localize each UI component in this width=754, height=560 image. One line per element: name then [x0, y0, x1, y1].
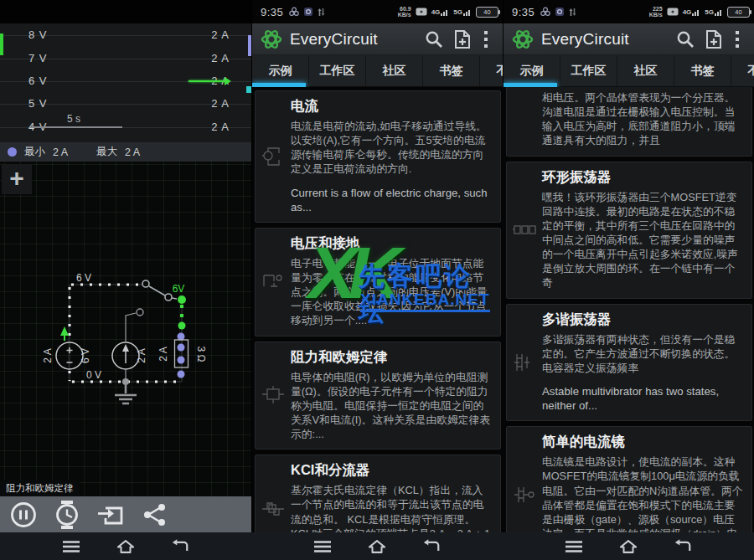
notification-cluster-icon	[289, 7, 299, 17]
example-list: 电流 电流是电荷的流动,如电子移动通过导线。以安培(A),它有一个方向。五5安培…	[252, 87, 504, 532]
net-voltage-label: 6 V	[76, 272, 91, 284]
search-button[interactable]	[420, 25, 448, 54]
current-source-component[interactable]	[112, 309, 143, 382]
list-item[interactable]: 环形振荡器 嘿我！该环形振荡器由三个MOSFET逆变回路中连接。最初的电路是在状…	[506, 162, 752, 299]
battery-indicator: 40	[476, 7, 498, 18]
time-scale-label: 5 s	[67, 113, 80, 125]
back-icon	[422, 539, 441, 553]
tab-bookmarks[interactable]: 书签	[423, 55, 480, 86]
tab-bar: 示例 工作区 社区 书签 不喜	[504, 55, 754, 87]
max-value: 2 A	[125, 146, 140, 158]
signal-4g-icon: 4G	[683, 8, 701, 16]
item-description: 电流镜是电路设计，使电流的副本。这种MOSFET的电流镜复制100μ电流源的负载…	[542, 455, 744, 532]
back-button[interactable]	[674, 539, 692, 553]
oscilloscope-plot[interactable]: 8 V 7 V 6 V 5 V 4 V 2 A 2 A 2 A 2 A 2 A …	[0, 23, 251, 142]
time-axis-segment	[30, 126, 122, 128]
battery-indicator: 40	[727, 7, 750, 18]
tab-examples[interactable]: 示例	[252, 55, 309, 86]
menu-button[interactable]	[62, 540, 80, 553]
clock-text: 9:35	[261, 6, 283, 18]
home-icon	[116, 539, 135, 554]
share-button[interactable]	[136, 499, 173, 531]
tab-community[interactable]: 社区	[366, 55, 423, 86]
new-circuit-button[interactable]	[700, 25, 728, 54]
home-button[interactable]	[619, 539, 638, 554]
back-button[interactable]	[422, 539, 441, 553]
menu-button[interactable]	[313, 540, 332, 553]
tab-community[interactable]: 社区	[617, 55, 674, 86]
scope-voltage-label: 6 V	[28, 74, 48, 87]
home-button[interactable]	[116, 539, 135, 554]
menu-icon	[313, 540, 332, 553]
item-description: 嘿我！该环形振荡器由三个MOSFET逆变回路中连接。最初的电路是在状态的不稳定的…	[542, 190, 744, 290]
list-item[interactable]: 阻力和欧姆定律 电导体的电阻(R)，以欧姆为单位的电阻测量(Ω)。假设的电子元件…	[255, 342, 501, 450]
search-button[interactable]	[671, 25, 700, 54]
circuit-thumbnail-icon	[261, 498, 286, 520]
trace-arrow-icon	[225, 77, 231, 85]
tab-bookmarks[interactable]: 书签	[674, 55, 731, 86]
app-title: EveryCircuit	[290, 30, 378, 49]
current-direction-arrow	[60, 326, 69, 341]
tab-workspace[interactable]: 工作区	[560, 55, 617, 86]
search-icon	[425, 30, 443, 49]
list-item-partial[interactable]: 相电压。两个晶体管表现为一个分压器。沟道电阻是通过在栅极输入电压控制。当输入电压…	[506, 87, 752, 157]
ground-voltage-label: 0 V	[86, 369, 101, 381]
item-description: 电子电气势能。一个电子位于地面节点能量为零。其在传播过程中能量变化电路节点之间。…	[291, 256, 493, 328]
item-description: 相电压。两个晶体管表现为一个分压器。沟道电阻是通过在栅极输入电压控制。当输入电压…	[542, 90, 744, 148]
app-bar: EveryCircuit	[252, 23, 504, 55]
tab-dislike[interactable]: 不喜	[731, 55, 754, 86]
list-item[interactable]: 简单的电流镜 电流镜是电路设计，使电流的副本。这种MOSFET的电流镜复制100…	[506, 426, 752, 532]
tab-workspace[interactable]: 工作区	[309, 55, 366, 86]
search-icon	[676, 30, 695, 49]
item-title: 多谐振荡器	[542, 311, 744, 329]
probe-voltage-label: 6V	[173, 283, 185, 295]
android-navigation-bar	[0, 532, 754, 560]
example-list: 相电压。两个晶体管表现为一个分压器。沟道电阻是通过在栅极输入电压控制。当输入电压…	[504, 87, 754, 532]
scope-voltage-label: 7 V	[28, 52, 48, 64]
item-description: 电流是电荷的流动,如电子移动通过导线。以安培(A),它有一个方向。五5安培的电流…	[291, 119, 493, 177]
scope-current-label: 2 A	[211, 121, 230, 133]
source-current-label: 2 A	[42, 348, 54, 362]
overflow-menu-icon	[483, 30, 488, 49]
min-value: 2 A	[53, 146, 68, 158]
examples-list-panel: 9:35 60.9KB/s	[251, 0, 504, 560]
circuit-simulator-panel: 8 V 7 V 6 V 5 V 4 V 2 A 2 A 2 A 2 A 2 A …	[0, 0, 251, 560]
menu-icon	[565, 540, 583, 553]
menu-button[interactable]	[565, 540, 583, 553]
pause-button[interactable]	[5, 499, 42, 531]
app-bar: EveryCircuit	[504, 23, 754, 55]
clock-icon	[53, 500, 81, 530]
list-item[interactable]: 电流 电流是电荷的流动,如电子移动通过导线。以安培(A),它有一个方向。五5安培…	[255, 90, 501, 223]
overflow-menu-button[interactable]	[728, 25, 746, 54]
new-circuit-button[interactable]	[448, 25, 477, 54]
tab-examples[interactable]: 示例	[504, 55, 560, 86]
isource-current-label: 2 A	[136, 348, 147, 362]
tab-dislike[interactable]: 不喜	[480, 55, 504, 86]
resistor-current-label: 2 A	[158, 347, 169, 361]
status-bar: 9:35 60.9KB/s	[252, 0, 504, 23]
current-trace-line	[188, 80, 226, 82]
list-item[interactable]: 多谐振荡器 多谐振荡器有两种状态，但没有一个是稳定的。它产生方波通过不断切换的状…	[506, 304, 752, 422]
time-settings-button[interactable]	[49, 499, 85, 531]
add-document-icon	[704, 29, 724, 49]
app-notification-icon	[303, 7, 313, 17]
list-item[interactable]: 电压和接地 电子电气势能。一个电子位于地面节点能量为零。其在传播过程中能量变化电…	[255, 228, 501, 337]
app-notification-icon	[555, 7, 565, 17]
resistor-value-label: 3 Ω	[195, 347, 207, 362]
circuit-schematic[interactable]: 6 V 6V 2 A 6 V 2 A 2 A 3 Ω 0 V	[0, 162, 251, 532]
save-to-workspace-button[interactable]	[92, 499, 129, 531]
home-button[interactable]	[368, 539, 386, 554]
circuit-thumbnail-icon	[512, 219, 537, 241]
circuit-thumbnail-icon	[261, 146, 286, 167]
item-title: 环形振荡器	[542, 168, 744, 187]
everycircuit-logo-icon	[512, 28, 534, 50]
menu-icon	[62, 540, 80, 553]
list-item[interactable]: KCI和分流器 基尔霍夫氏电流定律（KCL）指出，流入一个节点的电流的和等于流出…	[255, 455, 501, 532]
overflow-menu-button[interactable]	[477, 25, 495, 54]
app-title: EveryCircuit	[541, 30, 629, 49]
notification-cluster-icon	[540, 7, 550, 17]
back-button[interactable]	[171, 539, 189, 553]
min-label: 最小	[24, 145, 45, 159]
item-title: 电压和接地	[291, 234, 493, 253]
circuit-canvas[interactable]: +	[0, 162, 251, 532]
